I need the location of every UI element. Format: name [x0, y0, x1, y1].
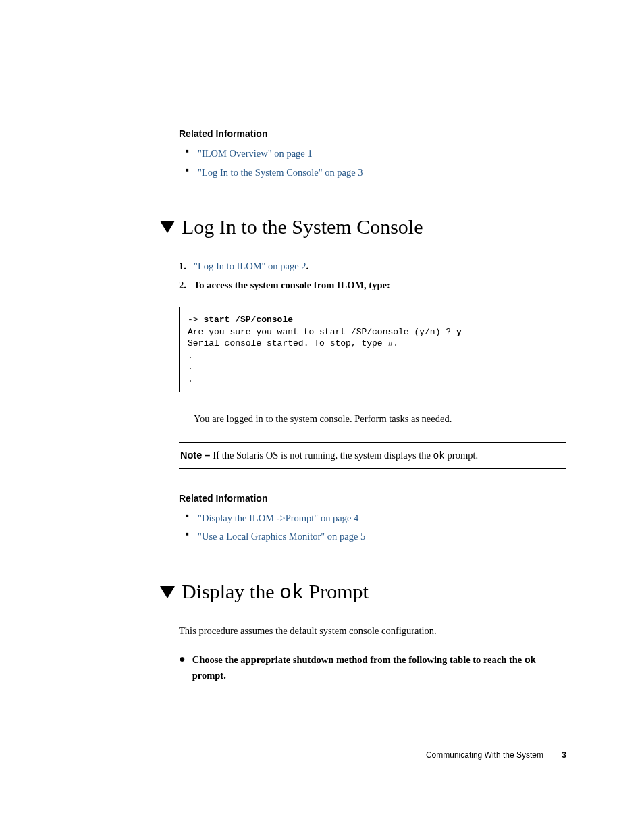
note-box: Note – If the Solaris OS is not running,…	[179, 442, 566, 469]
link-ilom-overview[interactable]: "ILOM Overview" on page 1	[198, 148, 313, 159]
related-link-list: "Display the ILOM ->Prompt" on page 4 "U…	[179, 509, 566, 546]
link-login-ilom[interactable]: "Log In to ILOM" on page 2	[194, 261, 306, 271]
note-text: If the Solaris OS is not running, the sy…	[213, 450, 433, 461]
related-heading: Related Information	[179, 128, 566, 139]
page-footer: Communicating With the System 3	[426, 750, 566, 760]
code-input: y	[456, 327, 462, 337]
code-line: Serial console started. To stop, type #.	[188, 338, 398, 348]
related-link-list: "ILOM Overview" on page 1 "Log In to the…	[179, 145, 566, 182]
list-item: "ILOM Overview" on page 1	[188, 145, 566, 163]
code-line: Are you sure you want to start /SP/conso…	[188, 327, 456, 337]
link-login-console[interactable]: "Log In to the System Console" on page 3	[198, 167, 363, 178]
note-code: ok	[433, 450, 445, 461]
step-1: 1. "Log In to ILOM" on page 2.	[179, 257, 566, 276]
triangle-down-icon	[160, 586, 175, 598]
related-info-middle: Related Information "Display the ILOM ->…	[179, 493, 566, 546]
step-number: 1.	[179, 257, 186, 276]
related-heading: Related Information	[179, 493, 566, 504]
step-2: 2. To access the system console from ILO…	[179, 276, 566, 295]
code-command: start /SP/console	[203, 315, 293, 325]
intro-paragraph: This procedure assumes the default syste…	[179, 623, 566, 639]
note-label: Note –	[180, 450, 213, 461]
list-item: "Log In to the System Console" on page 3	[188, 163, 566, 182]
numbered-steps: 1. "Log In to ILOM" on page 2. 2. To acc…	[179, 257, 566, 294]
link-local-monitor[interactable]: "Use a Local Graphics Monitor" on page 5	[198, 531, 365, 542]
bullet-dot-icon: ●	[179, 652, 186, 683]
code-console-output: -> start /SP/console Are you sure you wa…	[179, 307, 566, 392]
note-text: prompt.	[445, 450, 478, 461]
heading-login-console: Log In to the System Console	[160, 215, 566, 238]
triangle-down-icon	[160, 221, 175, 233]
instruction-bullet: ● Choose the appropriate shutdown method…	[179, 652, 566, 683]
instruction-text: Choose the appropriate shutdown method f…	[192, 652, 566, 683]
related-info-top: Related Information "ILOM Overview" on p…	[179, 128, 566, 182]
footer-chapter: Communicating With the System	[426, 750, 543, 760]
list-item: "Display the ILOM ->Prompt" on page 4	[188, 509, 566, 528]
step-number: 2.	[179, 276, 186, 295]
result-text: You are logged in to the system console.…	[179, 411, 566, 427]
link-display-prompt[interactable]: "Display the ILOM ->Prompt" on page 4	[198, 513, 358, 523]
heading-text: Log In to the System Console	[182, 215, 423, 238]
code-ellipsis: . . .	[188, 350, 193, 384]
footer-page-number: 3	[562, 750, 566, 760]
heading-text: Display the ok Prompt	[182, 580, 369, 604]
heading-display-ok: Display the ok Prompt	[160, 580, 566, 604]
list-item: "Use a Local Graphics Monitor" on page 5	[188, 527, 566, 546]
code-prompt: ->	[188, 315, 203, 325]
step-suffix: .	[306, 261, 308, 271]
step-text: To access the system console from ILOM, …	[194, 280, 390, 290]
